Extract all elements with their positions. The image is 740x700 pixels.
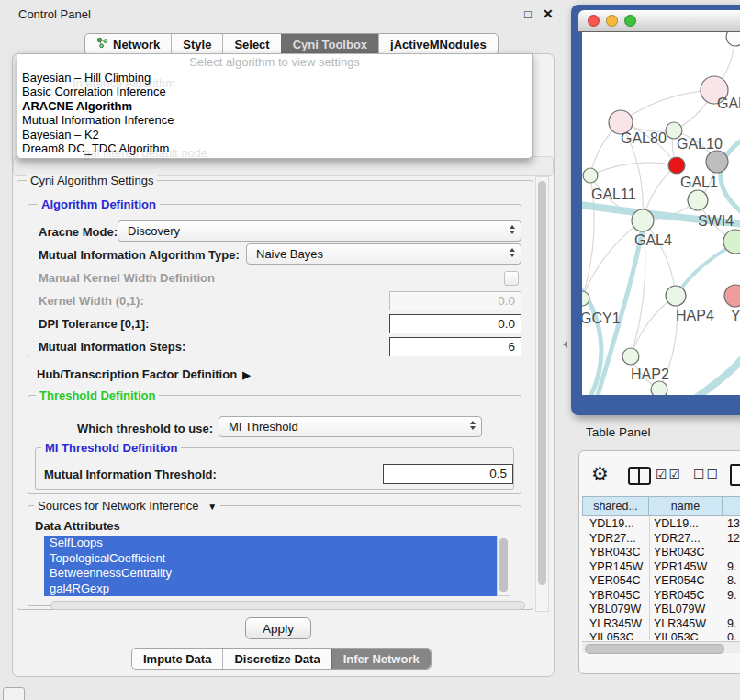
float-window-icon[interactable]: □ [524, 7, 532, 21]
column-header-name[interactable]: name [649, 496, 723, 516]
kernel-width-field: 0.0 [389, 291, 521, 310]
table-row[interactable]: YPR145WYPR145W9. [582, 560, 740, 575]
table-row[interactable]: YLR345WYLR345W9. [582, 617, 740, 632]
aracne-mode-select[interactable]: Discovery [118, 220, 521, 242]
table-cell: 9. [727, 617, 736, 630]
network-node[interactable] [632, 209, 654, 231]
horizontal-scrollbar[interactable] [50, 601, 525, 610]
stepper-arrows-icon [470, 421, 476, 430]
table-panel-title: Table Panel [586, 425, 651, 439]
right-triangle-icon: ▶ [242, 369, 250, 380]
table-horizontal-scrollbar[interactable] [582, 641, 740, 653]
node-label-y: Y [731, 308, 740, 323]
tab-impute-data[interactable]: Impute Data [132, 649, 222, 669]
column-separator [723, 516, 723, 640]
node-label-gal1: GAL1 [680, 175, 718, 190]
settings-vertical-scrollbar[interactable] [535, 176, 549, 612]
stepper-arrows-icon [510, 225, 515, 234]
attribute-item-topologicalcoefficient[interactable]: TopologicalCoefficient [44, 551, 497, 567]
network-node[interactable] [706, 151, 728, 173]
mi-algorithm-type-label: Mutual Information Algorithm Type: [39, 248, 240, 262]
apply-button[interactable]: Apply [245, 617, 311, 639]
table-row[interactable]: YBL079WYBL079W [582, 603, 740, 617]
tab-infer-network[interactable]: Infer Network [331, 649, 431, 669]
table-row[interactable]: YDL19...YDL19...13 [582, 517, 740, 532]
algorithm-item-mutual-information-inference[interactable]: Mutual Information Inference [17, 113, 532, 127]
minimize-traffic-light-icon[interactable] [606, 15, 618, 27]
manual-kernel-width-label: Manual Kernel Width Definition [39, 271, 215, 285]
network-node[interactable] [583, 168, 598, 183]
which-threshold-select[interactable]: MI Threshold [219, 416, 482, 437]
group-title: Threshold Definition [36, 389, 159, 402]
close-icon[interactable]: ✕ [543, 6, 554, 21]
network-node[interactable] [688, 190, 708, 210]
tab-jactivemnodules[interactable]: jActiveMNodules [378, 34, 498, 54]
node-label-gcy1: GCY1 [582, 310, 621, 326]
select-all-checkboxes-icon[interactable]: ☑☑ [656, 467, 682, 481]
bottom-tab-bar: Impute DataDiscretize DataInfer Network [131, 648, 432, 670]
manual-kernel-width-checkbox[interactable] [504, 271, 519, 286]
network-node[interactable] [724, 285, 740, 307]
table-row[interactable]: YBR045CYBR045C9. [582, 589, 740, 604]
table-row[interactable]: YDR27...YDR27...12 [582, 532, 740, 547]
mi-threshold-field[interactable]: 0.5 [383, 464, 513, 484]
node-label-gal4: GAL4 [634, 232, 672, 248]
tab-network[interactable]: Network [85, 34, 171, 54]
split-pane-collapse-icon[interactable] [563, 341, 567, 348]
attribute-item-gal4rgexp[interactable]: gal4RGexp [44, 581, 497, 597]
control-panel-titlebar: Control Panel □ ✕ [0, 0, 562, 28]
tab-style[interactable]: Style [171, 34, 222, 54]
data-attributes-list[interactable]: SelfLoopsTopologicalCoefficientBetweenne… [44, 536, 497, 596]
hub-definition-toggle[interactable]: Hub/Transcription Factor Definition▶ [37, 367, 251, 381]
column-separator [649, 516, 650, 640]
attribute-item-selfloops[interactable]: SelfLoops [44, 536, 497, 551]
algorithm-item-bayesian-hill-climbing[interactable]: Bayesian – Hill Climbing [17, 71, 532, 85]
algorithm-dropdown: Select algorithm to view settings Infere… [17, 53, 533, 159]
attribute-item-betweennesscentrality[interactable]: BetweennessCentrality [44, 566, 497, 581]
dpi-tolerance-field[interactable]: 0.0 [389, 314, 521, 333]
node-label-hap4: HAP4 [676, 308, 714, 323]
node-label-gal10: GAL10 [677, 136, 723, 152]
network-canvas[interactable]: GALGAL80GAL10GAL1GAL11SWI4GAL4GCY1HAP4YH… [582, 32, 740, 395]
network-window-titlebar[interactable] [578, 10, 740, 32]
node-label-hap2: HAP2 [631, 367, 669, 382]
table-cell: YBR045C [654, 589, 705, 602]
attributes-scrollbar[interactable] [497, 536, 510, 596]
algorithm-item-bayesian-k2[interactable]: Bayesian – K2 [17, 128, 532, 141]
column-header-extra[interactable] [723, 496, 740, 516]
kernel-width-label: Kernel Width (0,1): [39, 294, 144, 308]
panel-dock-icon[interactable] [3, 687, 25, 700]
mi-algorithm-type-select[interactable]: Naive Bayes [246, 243, 521, 265]
column-header-shared[interactable]: shared... [582, 496, 649, 516]
node-label-gal: GAL [717, 96, 740, 111]
table-row[interactable]: YBR043CYBR043C [582, 546, 740, 560]
table-cell: YIL053C [589, 631, 634, 640]
algorithm-item-dream8-dc-tdc-algorithm[interactable]: Dream8 DC_TDC Algorithm [17, 141, 532, 155]
aracne-mode-label: Aracne Mode: [39, 225, 118, 239]
close-traffic-light-icon[interactable] [588, 15, 600, 27]
zoom-traffic-light-icon[interactable] [624, 15, 636, 27]
network-node[interactable] [668, 157, 685, 174]
network-node[interactable] [726, 32, 740, 46]
tab-discretize-data[interactable]: Discretize Data [222, 649, 331, 669]
network-node[interactable] [651, 381, 667, 395]
table-cell: 9. [727, 589, 736, 602]
table-cell: 9. [727, 560, 736, 573]
network-node[interactable] [622, 348, 639, 365]
column-view-icon[interactable] [628, 467, 651, 485]
table-cell: YBL079W [589, 603, 641, 615]
gear-icon[interactable]: ⚙ [591, 462, 609, 486]
algorithm-item-aracne-algorithm[interactable]: ARACNE Algorithm [17, 99, 532, 113]
table-icon[interactable] [730, 464, 740, 486]
mi-steps-field[interactable]: 6 [389, 337, 521, 356]
tab-cyni-toolbox[interactable]: Cyni Toolbox [281, 34, 378, 54]
table-row[interactable]: YER054CYER054C8. [582, 574, 740, 589]
network-node[interactable] [666, 286, 686, 306]
table-cell: YPR145W [654, 560, 707, 573]
deselect-all-checkboxes-icon[interactable]: ☐☐ [693, 467, 720, 481]
table-row[interactable]: YIL053CYIL053C0. [582, 631, 740, 640]
data-attributes-label: Data Attributes [35, 519, 120, 533]
algorithm-item-basic-correlation-inference[interactable]: Basic Correlation Inference [17, 85, 532, 98]
node-label-swi4: SWI4 [698, 213, 734, 229]
tab-select[interactable]: Select [222, 34, 280, 54]
